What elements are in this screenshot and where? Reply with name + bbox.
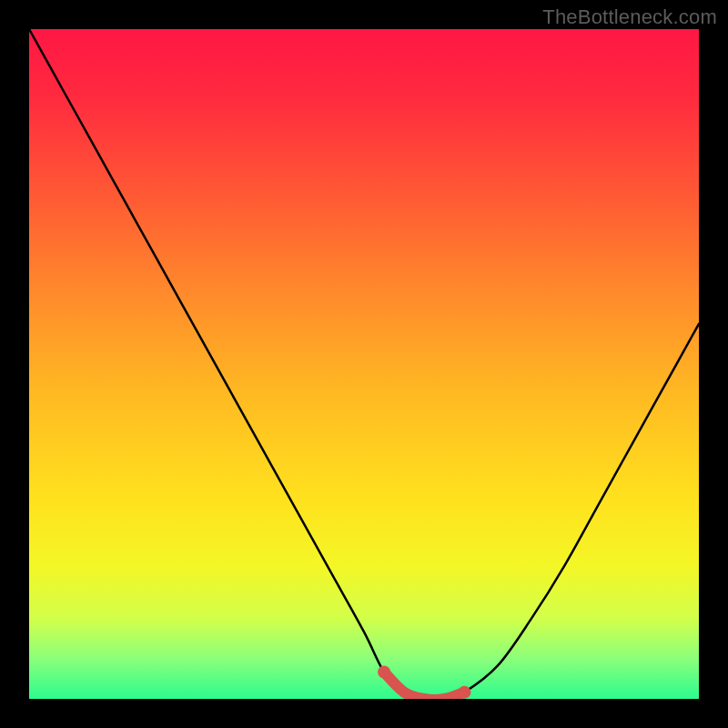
sweet-spot-highlight (384, 672, 464, 699)
chart-frame: TheBottleneck.com (0, 0, 728, 728)
plot-area (29, 29, 699, 699)
watermark-text: TheBottleneck.com (542, 5, 717, 29)
curve-layer (29, 29, 699, 699)
sweet-spot-dot-left (378, 666, 390, 679)
bottleneck-curve-line (29, 29, 699, 699)
sweet-spot-dot-right (458, 686, 470, 699)
